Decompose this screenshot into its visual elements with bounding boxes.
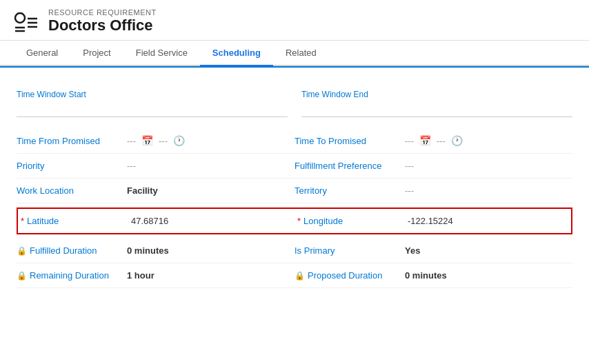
priority-value: --- xyxy=(127,161,136,171)
fulfillment-pref-label: Fulfillment Preference xyxy=(294,161,405,171)
scheduling-content: Time Window Start Time Window End Time F… xyxy=(0,76,589,302)
tab-related[interactable]: Related xyxy=(273,41,329,66)
time-to-promised-label: Time To Promised xyxy=(294,136,405,146)
tab-bar: General Project Field Service Scheduling… xyxy=(0,41,589,66)
page-title: Doctors Office xyxy=(48,17,157,34)
remaining-lock-icon: 🔒 xyxy=(17,271,27,281)
priority-label: Priority xyxy=(17,161,127,171)
latitude-row: *Latitude 47.68716 xyxy=(18,209,294,233)
remaining-duration-label: 🔒Remaining Duration xyxy=(17,270,127,281)
priority-row: Priority --- xyxy=(17,154,294,179)
time-from-calendar-icon[interactable]: 📅 xyxy=(141,135,153,146)
fulfillment-pref-row: Fulfillment Preference --- xyxy=(294,154,572,179)
lat-long-section: *Latitude 47.68716 *Longitude -122.15224 xyxy=(17,208,572,234)
time-from-clock-icon[interactable]: 🕐 xyxy=(173,135,185,146)
territory-row: Territory --- xyxy=(294,179,572,203)
fulfilled-duration-row: 🔒Fulfilled Duration 0 minutes xyxy=(17,239,294,263)
longitude-label: *Longitude xyxy=(297,216,408,226)
time-from-promised-label: Time From Promised xyxy=(17,136,127,146)
fulfilled-lock-icon: 🔒 xyxy=(17,246,27,256)
work-location-value: Facility xyxy=(127,185,158,196)
latitude-label: *Latitude xyxy=(21,216,131,226)
time-window-start-label: Time Window Start xyxy=(17,90,288,99)
is-primary-value: Yes xyxy=(405,245,420,256)
time-window-end-field: Time Window End xyxy=(301,90,572,117)
time-window-section: Time Window Start Time Window End xyxy=(17,90,572,120)
fulfilled-duration-label: 🔒Fulfilled Duration xyxy=(17,245,127,256)
time-to-date: --- xyxy=(405,136,414,146)
bottom-fields: 🔒Fulfilled Duration 0 minutes Is Primary… xyxy=(17,239,572,288)
time-window-end-label: Time Window End xyxy=(301,90,572,99)
latitude-value: 47.68716 xyxy=(131,216,168,226)
territory-label: Territory xyxy=(294,185,405,196)
work-location-row: Work Location Facility xyxy=(17,179,294,203)
territory-value: --- xyxy=(405,185,414,196)
proposed-duration-value: 0 minutes xyxy=(405,270,447,281)
proposed-lock-icon: 🔒 xyxy=(294,271,305,281)
fulfillment-pref-value: --- xyxy=(405,161,414,171)
time-from-date: --- xyxy=(127,136,136,146)
time-window-end-input[interactable] xyxy=(301,102,572,117)
time-window-start-field: Time Window Start xyxy=(17,90,288,117)
tab-general[interactable]: General xyxy=(14,41,70,66)
remaining-duration-row: 🔒Remaining Duration 1 hour xyxy=(17,263,294,288)
work-location-label: Work Location xyxy=(17,185,127,196)
time-to-clock-icon[interactable]: 🕐 xyxy=(451,135,463,146)
longitude-required: * xyxy=(297,216,301,226)
latitude-required: * xyxy=(21,216,24,226)
time-to-time: --- xyxy=(437,136,446,146)
resource-requirement-icon xyxy=(14,9,39,34)
is-primary-label: Is Primary xyxy=(294,245,405,256)
time-from-promised-value: --- 📅 --- 🕐 xyxy=(127,135,185,146)
proposed-duration-label: 🔒Proposed Duration xyxy=(294,270,405,281)
remaining-duration-value: 1 hour xyxy=(127,270,154,281)
svg-rect-0 xyxy=(15,13,25,23)
resource-requirement-label: RESOURCE REQUIREMENT xyxy=(48,8,157,17)
fields-grid: Time From Promised --- 📅 --- 🕐 Time To P… xyxy=(17,128,572,203)
header-text-block: RESOURCE REQUIREMENT Doctors Office xyxy=(48,8,157,34)
tab-scheduling[interactable]: Scheduling xyxy=(200,41,273,66)
tab-field-service[interactable]: Field Service xyxy=(123,41,200,66)
time-window-start-input[interactable] xyxy=(17,102,288,117)
fulfilled-duration-value: 0 minutes xyxy=(127,245,169,256)
time-from-time: --- xyxy=(159,136,168,146)
time-to-calendar-icon[interactable]: 📅 xyxy=(419,135,431,146)
time-from-promised-row: Time From Promised --- 📅 --- 🕐 xyxy=(17,128,294,154)
is-primary-row: Is Primary Yes xyxy=(294,239,572,263)
longitude-value: -122.15224 xyxy=(408,216,453,226)
proposed-duration-row: 🔒Proposed Duration 0 minutes xyxy=(294,263,572,288)
page-header: RESOURCE REQUIREMENT Doctors Office xyxy=(0,0,589,41)
tab-project[interactable]: Project xyxy=(70,41,123,66)
time-to-promised-row: Time To Promised --- 📅 --- 🕐 xyxy=(294,128,572,154)
time-to-promised-value: --- 📅 --- 🕐 xyxy=(405,135,463,146)
longitude-row: *Longitude -122.15224 xyxy=(294,209,571,233)
